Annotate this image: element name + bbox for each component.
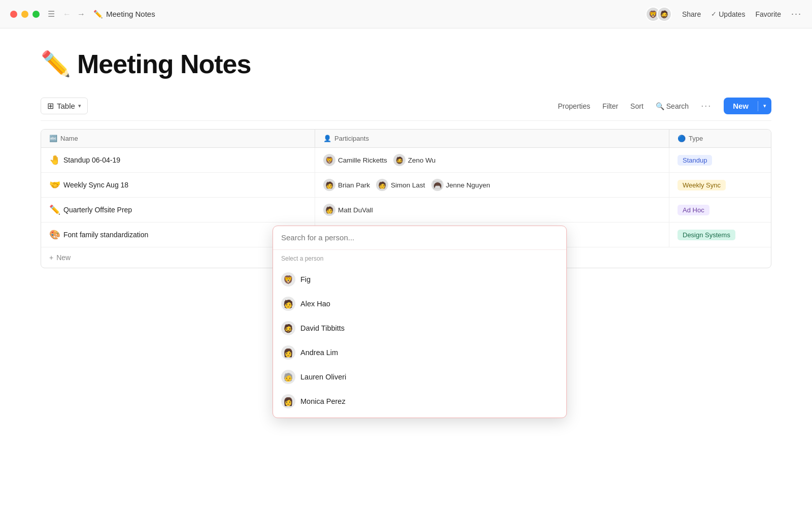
name-cell: 🤝 Weekly Sync Aug 18: [41, 173, 315, 197]
avatar: 👩: [281, 345, 295, 360]
avatar: 🧔: [393, 154, 405, 166]
page-header: ✏️ Meeting Notes: [41, 49, 771, 79]
table-row[interactable]: 🤚 Standup 06-04-19 🦁 Camille Ricketts 🧔 …: [41, 148, 771, 173]
participant: 🧑 Brian Park: [323, 179, 370, 191]
maximize-button[interactable]: [32, 11, 40, 18]
list-item[interactable]: 🧓 Lauren Oliveri: [273, 365, 566, 389]
participants-cell: 🦁 Camille Ricketts 🧔 Zeno Wu: [315, 148, 669, 172]
toolbar-more-icon[interactable]: ···: [701, 101, 712, 111]
back-arrow[interactable]: ←: [61, 9, 73, 20]
list-item[interactable]: 🦁 Fig: [273, 267, 566, 292]
type-badge: Weekly Sync: [678, 180, 726, 190]
participants-cell: 🧑 Matt DuVall: [315, 198, 669, 222]
column-name: 🔤 Name: [41, 130, 315, 147]
list-item[interactable]: 👩 Monica Perez: [273, 389, 566, 414]
forward-arrow[interactable]: →: [75, 9, 87, 20]
updates-button[interactable]: ✓ Updates: [711, 10, 745, 18]
table-header: 🔤 Name 👤 Participants 🔵 Type: [41, 130, 771, 148]
menu-icon[interactable]: ☰: [48, 9, 55, 19]
close-button[interactable]: [10, 11, 17, 18]
type-cell: Design Systems: [669, 223, 771, 247]
type-cell: Standup: [669, 148, 771, 172]
avatar: 🦁: [281, 272, 295, 287]
nav-arrows: ← →: [61, 9, 87, 20]
table-icon: ⊞: [47, 101, 54, 111]
participant: 🧑 Matt DuVall: [323, 204, 373, 216]
type-badge: Design Systems: [678, 230, 735, 240]
participant: 🧑 Simon Last: [376, 179, 425, 191]
table-view-button[interactable]: ⊞ Table ▾: [41, 98, 88, 114]
table-row[interactable]: ✏️ Quarterly Offsite Prep 🧑 Matt DuVall …: [41, 198, 771, 223]
participants-cell: 🧑 Brian Park 🧑 Simon Last 🦱 Jenne Nguyen: [315, 173, 669, 197]
avatar: 🦱: [431, 179, 444, 191]
type-badge: Standup: [678, 155, 712, 166]
avatar: 🧑: [323, 179, 335, 191]
list-item[interactable]: 👩 Andrea Lim: [273, 340, 566, 365]
avatar: 🧑: [281, 297, 295, 311]
plus-icon: +: [49, 253, 53, 262]
participant: 🧔 Zeno Wu: [393, 154, 436, 166]
name-cell: ✏️ Quarterly Offsite Prep: [41, 198, 315, 222]
column-participants: 👤 Participants: [315, 130, 669, 147]
participant: 🦱 Jenne Nguyen: [431, 179, 490, 191]
page-title: Meeting Notes: [77, 49, 251, 79]
participant: 🦁 Camille Ricketts: [323, 154, 387, 166]
more-options-icon[interactable]: ···: [791, 9, 802, 19]
avatar: 🧔: [281, 321, 295, 335]
sort-button[interactable]: Sort: [630, 102, 644, 110]
type-cell: Weekly Sync: [669, 173, 771, 197]
avatar: 🧓: [281, 370, 295, 384]
properties-button[interactable]: Properties: [558, 102, 590, 110]
row-emoji: 🎨: [49, 229, 60, 240]
person-list: 🦁 Fig 🧑 Alex Hao 🧔 David Tibbitts 👩 Andr…: [273, 265, 566, 418]
name-cell: 🤚 Standup 06-04-19: [41, 148, 315, 172]
window-controls: [10, 11, 40, 18]
dropdown-section-label: Select a person: [273, 250, 566, 265]
avatar: 🧑: [323, 204, 335, 216]
titlebar-actions: 🦁 🧔 Share ✓ Updates Favorite ···: [646, 7, 802, 22]
chevron-down-icon: ▾: [78, 103, 81, 109]
row-emoji: 🤝: [49, 179, 60, 190]
search-button[interactable]: 🔍 Search: [656, 102, 689, 110]
avatar-2: 🧔: [657, 7, 672, 22]
favorite-button[interactable]: Favorite: [755, 10, 781, 18]
list-item[interactable]: 🧔 David Tibbitts: [273, 316, 566, 340]
row-emoji: 🤚: [49, 154, 60, 166]
minimize-button[interactable]: [21, 11, 28, 18]
page-header-emoji: ✏️: [41, 50, 71, 78]
person-search-input[interactable]: [281, 233, 558, 242]
new-button[interactable]: New ▾: [724, 98, 771, 114]
type-cell: Ad Hoc: [669, 198, 771, 222]
search-icon: 🔍: [656, 102, 664, 110]
page-breadcrumb: ✏️ Meeting Notes: [93, 10, 155, 19]
participants-col-icon: 👤: [323, 135, 331, 142]
breadcrumb-emoji: ✏️: [93, 10, 103, 19]
avatar: 🧑: [376, 179, 388, 191]
type-col-icon: 🔵: [678, 135, 686, 142]
filter-button[interactable]: Filter: [602, 102, 618, 110]
check-icon: ✓: [711, 10, 717, 18]
list-item[interactable]: 🧑 Alex Hao: [273, 292, 566, 316]
table-row[interactable]: 🤝 Weekly Sync Aug 18 🧑 Brian Park 🧑 Simo…: [41, 173, 771, 198]
person-search-container: [273, 226, 566, 250]
breadcrumb-title: Meeting Notes: [106, 10, 155, 18]
row-emoji: ✏️: [49, 204, 60, 215]
person-picker-dropdown: Select a person 🦁 Fig 🧑 Alex Hao 🧔 David…: [273, 226, 567, 418]
titlebar: ☰ ← → ✏️ Meeting Notes 🦁 🧔 Share ✓ Updat…: [0, 0, 812, 28]
avatar: 🦁: [323, 154, 335, 166]
column-type: 🔵 Type: [669, 130, 771, 147]
toolbar: ⊞ Table ▾ Properties Filter Sort 🔍 Searc…: [41, 98, 771, 121]
collaborators-avatars: 🦁 🧔: [646, 7, 672, 22]
avatar: 👩: [281, 394, 295, 408]
new-btn-caret-icon[interactable]: ▾: [758, 99, 771, 113]
share-button[interactable]: Share: [682, 10, 701, 18]
type-badge: Ad Hoc: [678, 205, 709, 215]
name-col-icon: 🔤: [49, 135, 57, 142]
